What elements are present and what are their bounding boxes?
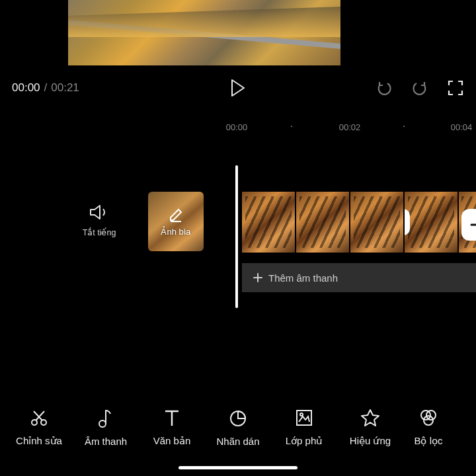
fullscreen-icon (448, 80, 463, 96)
play-icon (231, 79, 245, 97)
time-duration: 00:21 (51, 81, 79, 95)
playback-controls: 00:00 / 00:21 (0, 75, 476, 101)
fullscreen-button[interactable] (447, 79, 464, 97)
tool-sticker[interactable]: Nhãn dán (205, 408, 271, 447)
text-icon (161, 407, 182, 428)
sticker-icon (227, 408, 249, 429)
ruler-dot: · (403, 120, 405, 132)
clip-frame[interactable] (350, 192, 403, 253)
svg-point-6 (300, 413, 303, 416)
time-separator: / (44, 81, 48, 95)
mute-label: Tắt tiếng (83, 227, 116, 237)
tool-label: Lớp phủ (286, 435, 323, 447)
music-note-icon (95, 408, 116, 429)
cover-label: Ảnh bìa (161, 227, 190, 237)
tool-label: Chỉnh sửa (16, 435, 62, 447)
ruler-tick: 00:04 (451, 122, 473, 132)
play-button[interactable] (228, 78, 248, 98)
timeline-area[interactable]: Tắt tiếng Ảnh bìa (0, 165, 476, 311)
timeline-ruler[interactable]: 00:00 · 00:02 · 00:04 (0, 122, 476, 134)
cover-thumbnail-button[interactable]: Ảnh bìa (148, 192, 204, 251)
svg-point-9 (424, 416, 433, 425)
svg-point-3 (99, 420, 106, 427)
scissors-icon (28, 407, 50, 428)
playhead[interactable] (235, 165, 238, 308)
filter-icon (418, 407, 439, 428)
plus-icon (253, 272, 263, 283)
add-clip-button[interactable] (461, 209, 476, 241)
mute-button[interactable]: Tắt tiếng (73, 204, 126, 237)
overlay-icon (294, 407, 315, 428)
clip-frame[interactable] (242, 192, 295, 253)
add-audio-label: Thêm âm thanh (268, 272, 338, 284)
ruler-tick: 00:00 (226, 122, 248, 132)
plus-icon (469, 216, 476, 233)
clip-track[interactable] (242, 192, 476, 253)
clip-frame[interactable] (405, 192, 457, 253)
speaker-icon (89, 204, 109, 221)
tool-label: Âm thanh (85, 436, 127, 447)
tool-effect[interactable]: Hiệu ứng (337, 407, 403, 447)
tool-audio[interactable]: Âm thanh (73, 408, 139, 447)
tool-text[interactable]: Văn bản (139, 407, 205, 447)
tool-edit[interactable]: Chỉnh sửa (5, 407, 73, 447)
clip-frame[interactable] (459, 192, 476, 253)
tool-filter[interactable]: Bộ lọc (403, 407, 454, 447)
undo-icon (376, 79, 393, 97)
bottom-toolbar: Chỉnh sửa Âm thanh Văn bản Nhãn dán Lớp … (0, 407, 476, 447)
add-audio-button[interactable]: Thêm âm thanh (242, 263, 476, 292)
redo-button[interactable] (411, 79, 428, 97)
edit-icon (168, 207, 184, 223)
star-icon (360, 407, 381, 428)
undo-button[interactable] (376, 79, 393, 97)
video-preview[interactable] (68, 0, 340, 65)
home-indicator[interactable] (178, 466, 298, 469)
ruler-tick: 00:02 (339, 122, 361, 132)
tool-label: Bộ lọc (414, 435, 442, 447)
ruler-dot: · (290, 120, 293, 132)
keyframe-line-button[interactable] (405, 209, 410, 235)
redo-icon (411, 79, 428, 97)
tool-overlay[interactable]: Lớp phủ (271, 407, 337, 447)
tool-label: Văn bản (153, 435, 191, 447)
tool-label: Hiệu ứng (350, 435, 391, 447)
clip-frame[interactable] (296, 192, 349, 253)
tool-label: Nhãn dán (216, 436, 259, 447)
time-current: 00:00 (12, 81, 40, 95)
